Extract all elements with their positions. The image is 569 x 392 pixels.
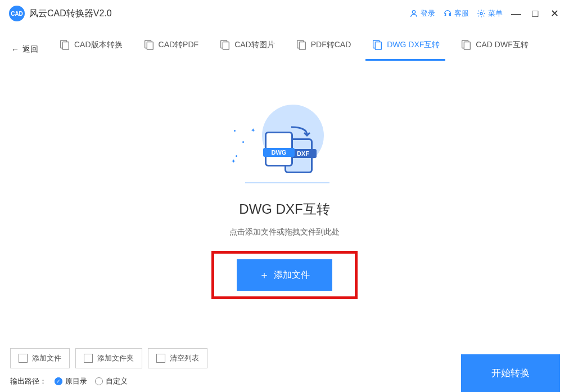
dwg-dxf-icon	[371, 39, 383, 51]
svg-rect-9	[299, 42, 305, 49]
folder-icon	[84, 354, 93, 363]
radio-label: 原目录	[65, 376, 87, 386]
tab-label: CAD转图片	[234, 40, 275, 50]
file-icon	[19, 354, 28, 363]
back-label: 返回	[22, 44, 38, 55]
login-label: 登录	[421, 8, 435, 19]
radio-original-dir[interactable]: 原目录	[55, 376, 87, 386]
cad-dwf-icon	[460, 39, 472, 51]
clear-list-button[interactable]: 清空列表	[148, 348, 207, 368]
add-file-button[interactable]: 添加文件	[10, 348, 70, 368]
doc-pdf-icon	[143, 39, 155, 51]
clear-list-text: 清空列表	[170, 353, 199, 363]
radio-icon	[55, 377, 62, 385]
tab-cad-dwf[interactable]: CAD DWF互转	[460, 39, 528, 60]
tab-label: CAD DWF互转	[476, 40, 528, 50]
dwg-label: DWG	[263, 148, 295, 157]
tab-label: CAD版本转换	[74, 40, 123, 50]
doc-image-icon	[219, 39, 231, 51]
gear-icon	[477, 9, 486, 18]
svg-point-1	[480, 12, 482, 15]
tab-cad-pdf[interactable]: CAD转PDF	[143, 39, 199, 60]
tab-cad-image[interactable]: CAD转图片	[219, 39, 275, 60]
radio-icon	[95, 377, 103, 385]
add-file-main-button[interactable]: ＋ 添加文件	[237, 259, 332, 291]
tab-label: DWG DXF互转	[387, 40, 440, 50]
radio-custom-dir[interactable]: 自定义	[95, 376, 128, 386]
illustration: ✦ ✦ DXF DWG	[228, 105, 341, 183]
add-folder-text: 添加文件夹	[97, 353, 134, 363]
close-button[interactable]: ✕	[549, 8, 560, 19]
headset-icon	[443, 9, 452, 18]
highlight-annotation: ＋ 添加文件	[211, 251, 358, 299]
svg-rect-13	[464, 42, 471, 49]
app-title: 风云CAD转换器V2.0	[29, 8, 112, 20]
back-button[interactable]: ← 返回	[11, 44, 38, 55]
user-icon	[409, 9, 418, 18]
tab-cad-version[interactable]: CAD版本转换	[58, 39, 123, 60]
add-file-label: 添加文件	[274, 269, 310, 281]
app-logo: CAD	[9, 6, 25, 21]
login-link[interactable]: 登录	[409, 8, 435, 19]
minimize-button[interactable]: —	[511, 8, 522, 19]
trash-icon	[156, 354, 165, 363]
output-path-label: 输出路径：	[10, 376, 47, 386]
svg-rect-5	[147, 42, 153, 49]
tab-dwg-dxf[interactable]: DWG DXF互转	[371, 39, 440, 60]
menu-label: 菜单	[488, 8, 503, 19]
support-link[interactable]: 客服	[443, 8, 469, 19]
arrow-left-icon: ←	[11, 45, 19, 54]
svg-point-0	[412, 11, 415, 13]
tab-label: PDF转CAD	[311, 40, 351, 50]
drop-zone[interactable]: ✦ ✦ DXF DWG DWG DXF互转 点击添加文件或拖拽文件到此处 ＋ 添…	[0, 63, 569, 341]
tab-label: CAD转PDF	[159, 40, 199, 50]
add-folder-button[interactable]: 添加文件夹	[75, 348, 142, 368]
add-file-text: 添加文件	[32, 353, 61, 363]
maximize-button[interactable]: □	[530, 8, 541, 19]
tab-pdf-cad[interactable]: PDF转CAD	[295, 39, 351, 60]
support-label: 客服	[454, 8, 469, 19]
svg-rect-7	[223, 42, 229, 49]
doc-convert-icon	[58, 39, 71, 51]
radio-label: 自定义	[106, 376, 128, 386]
menu-link[interactable]: 菜单	[477, 8, 503, 19]
svg-rect-3	[62, 42, 69, 49]
main-title: DWG DXF互转	[239, 200, 329, 218]
start-convert-button[interactable]: 开始转换	[461, 354, 560, 392]
plus-icon: ＋	[259, 268, 269, 282]
main-subtitle: 点击添加文件或拖拽文件到此处	[229, 227, 340, 237]
svg-rect-11	[376, 42, 382, 49]
pdf-cad-icon	[295, 39, 308, 51]
